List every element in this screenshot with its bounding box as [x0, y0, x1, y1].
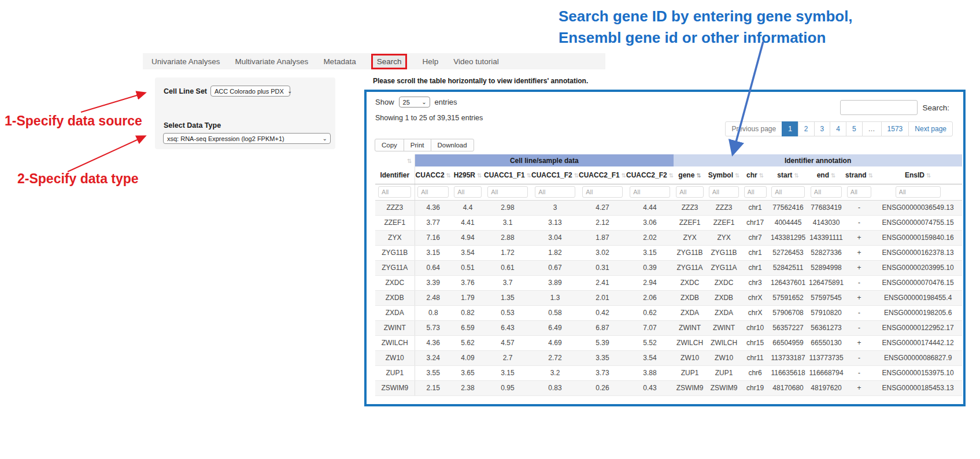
- filter-input-cuacc2_f2[interactable]: [630, 186, 670, 198]
- sort-icon[interactable]: ⇅: [622, 172, 626, 179]
- annotation-specify-data-source: 1-Specify data source: [5, 113, 142, 129]
- column-header-gene[interactable]: gene⇅: [674, 166, 706, 184]
- previous-page-button[interactable]: Previous page: [725, 121, 782, 136]
- search-input[interactable]: [840, 100, 918, 115]
- table-row[interactable]: ZZEF13.774.413.13.132.123.06ZZEF1ZZEF1ch…: [375, 215, 962, 230]
- search-results-panel: Show 25 ⌄ entries Showing 1 to 25 of 39,…: [364, 90, 966, 406]
- filter-input-cuacc1_f1[interactable]: [487, 186, 528, 198]
- table-cell: ZZEF1: [674, 215, 706, 230]
- nav-item-video-tutorial[interactable]: Video tutorial: [453, 57, 499, 66]
- print-button[interactable]: Print: [404, 139, 431, 151]
- table-row[interactable]: ZXDA0.80.820.530.580.420.62ZXDAZXDAchrX5…: [375, 305, 962, 320]
- table-cell: ZZEF1: [375, 215, 415, 230]
- export-buttons: CopyPrintDownload: [375, 139, 474, 151]
- nav-item-multivariate-analyses[interactable]: Multivariate Analyses: [235, 57, 309, 66]
- sort-icon[interactable]: ⇅: [759, 172, 764, 179]
- table-row[interactable]: ZYG11A0.640.510.610.670.310.39ZYG11AZYG1…: [375, 260, 962, 275]
- copy-button[interactable]: Copy: [375, 139, 404, 151]
- column-header-h295r[interactable]: H295R⇅: [452, 166, 484, 184]
- table-cell: 0.51: [452, 260, 484, 275]
- table-row[interactable]: ZWILCH4.365.624.574.695.395.52ZWILCHZWIL…: [375, 335, 962, 350]
- page-button-1573[interactable]: 1573: [881, 121, 909, 136]
- page-button-5[interactable]: 5: [846, 121, 863, 136]
- filter-input-cuacc2[interactable]: [417, 186, 449, 198]
- column-header-cuacc1_f1[interactable]: CUACC1_F1⇅: [484, 166, 531, 184]
- table-cell: 48197620: [808, 380, 845, 395]
- table-cell: 56361273: [808, 320, 845, 335]
- table-cell: 6.49: [531, 320, 579, 335]
- sort-icon[interactable]: ⇅: [831, 172, 835, 179]
- group-header-empty[interactable]: ⇅: [375, 154, 415, 166]
- data-type-select[interactable]: xsq: RNA-seq Expression (log2 FPKM+1) ⌄: [163, 133, 331, 144]
- filter-input-ensid[interactable]: [896, 186, 941, 198]
- sort-icon[interactable]: ⇅: [926, 172, 931, 179]
- table-cell: ZUP1: [706, 365, 742, 380]
- sort-icon[interactable]: ⇅: [574, 172, 579, 179]
- filter-input-symbol[interactable]: [709, 186, 739, 198]
- column-header-strand[interactable]: strand⇅: [845, 166, 874, 184]
- nav-item-help[interactable]: Help: [422, 57, 438, 66]
- column-header-cuacc2_f2[interactable]: CUACC2_F2⇅: [626, 166, 674, 184]
- table-cell: 66550130: [808, 335, 845, 350]
- column-header-start[interactable]: start⇅: [768, 166, 808, 184]
- column-filter-row: [375, 184, 962, 200]
- filter-input-identifier[interactable]: [378, 186, 411, 198]
- table-row[interactable]: ZXDC3.393.763.73.892.412.94ZXDCZXDCchr31…: [375, 275, 962, 290]
- table-row[interactable]: ZZZ34.364.42.9834.274.44ZZZ3ZZZ3chr17756…: [375, 200, 962, 215]
- sort-icon[interactable]: ⇅: [669, 172, 674, 179]
- column-header-chr[interactable]: chr⇅: [742, 166, 768, 184]
- page-length-select[interactable]: 25 ⌄: [399, 97, 430, 108]
- column-header-ensid[interactable]: EnsID⇅: [874, 166, 962, 184]
- page-button-3[interactable]: 3: [814, 121, 831, 136]
- sort-icon[interactable]: ⇅: [735, 172, 739, 179]
- filter-input-end[interactable]: [811, 186, 842, 198]
- page-button-4[interactable]: 4: [830, 121, 846, 136]
- column-header-cuacc2_f1[interactable]: CUACC2_F1⇅: [579, 166, 626, 184]
- column-header-cuacc1_f2[interactable]: CUACC1_F2⇅: [531, 166, 579, 184]
- column-header-row: IdentifierCUACC2⇅H295R⇅CUACC1_F1⇅CUACC1_…: [375, 166, 962, 184]
- filter-input-h295r[interactable]: [454, 186, 482, 198]
- table-row[interactable]: ZUP13.553.653.153.23.733.88ZUP1ZUP1chr61…: [375, 365, 962, 380]
- sort-icon[interactable]: ⇅: [794, 172, 798, 179]
- table-row[interactable]: ZXDB2.481.791.351.32.012.06ZXDBZXDBchrX5…: [375, 290, 962, 305]
- table-row[interactable]: ZYX7.164.942.883.041.872.02ZYXZYXchr7143…: [375, 230, 962, 245]
- data-type-value: xsq: RNA-seq Expression (log2 FPKM+1): [167, 135, 284, 142]
- filter-input-gene[interactable]: [676, 186, 704, 198]
- column-header-end[interactable]: end⇅: [808, 166, 845, 184]
- table-row[interactable]: ZYG11B3.153.541.721.823.023.15ZYG11BZYG1…: [375, 245, 962, 260]
- table-cell: 48170680: [768, 380, 808, 395]
- sort-icon[interactable]: ⇅: [477, 172, 482, 179]
- sort-icon[interactable]: ⇅: [446, 172, 451, 179]
- column-header-cuacc2[interactable]: CUACC2⇅: [415, 166, 452, 184]
- filter-input-start[interactable]: [771, 186, 805, 198]
- sort-icon[interactable]: ⇅: [527, 172, 531, 179]
- scroll-hint-text: Please scroll the table horizontally to …: [373, 77, 588, 85]
- cell-line-set-select[interactable]: ACC Colorado plus PDX ⌄: [210, 86, 290, 97]
- download-button[interactable]: Download: [431, 139, 474, 151]
- table-cell: ZW10: [706, 350, 742, 365]
- filter-input-chr[interactable]: [744, 186, 767, 198]
- column-header-symbol[interactable]: Symbol⇅: [706, 166, 742, 184]
- page-length-value: 25: [403, 99, 410, 106]
- table-cell: chrX: [742, 290, 768, 305]
- nav-item-metadata[interactable]: Metadata: [323, 57, 356, 66]
- filter-input-cuacc2_f1[interactable]: [582, 186, 623, 198]
- table-row[interactable]: ZWINT5.736.596.436.496.877.07ZWINTZWINTc…: [375, 320, 962, 335]
- table-row[interactable]: ZSWIM92.152.380.950.830.260.43ZSWIM9ZSWI…: [375, 380, 962, 395]
- nav-item-univariate-analyses[interactable]: Univariate Analyses: [151, 57, 220, 66]
- page-button-1[interactable]: 1: [782, 121, 798, 136]
- sort-icon[interactable]: ⇅: [868, 172, 873, 179]
- page-button-…[interactable]: …: [862, 121, 882, 136]
- nav-item-search[interactable]: Search: [371, 54, 408, 69]
- table-cell: ZW10: [375, 350, 415, 365]
- table-cell: ZUP1: [375, 365, 415, 380]
- column-header-identifier[interactable]: Identifier: [375, 166, 415, 184]
- page-button-2[interactable]: 2: [798, 121, 815, 136]
- table-cell: 2.98: [484, 200, 531, 215]
- filter-input-cuacc1_f2[interactable]: [535, 186, 575, 198]
- next-page-button[interactable]: Next page: [908, 121, 953, 136]
- sort-icon[interactable]: ⇅: [696, 172, 701, 179]
- table-cell: 0.53: [484, 305, 531, 320]
- table-row[interactable]: ZW103.244.092.72.723.353.54ZW10ZW10chr11…: [375, 350, 962, 365]
- filter-input-strand[interactable]: [847, 186, 872, 198]
